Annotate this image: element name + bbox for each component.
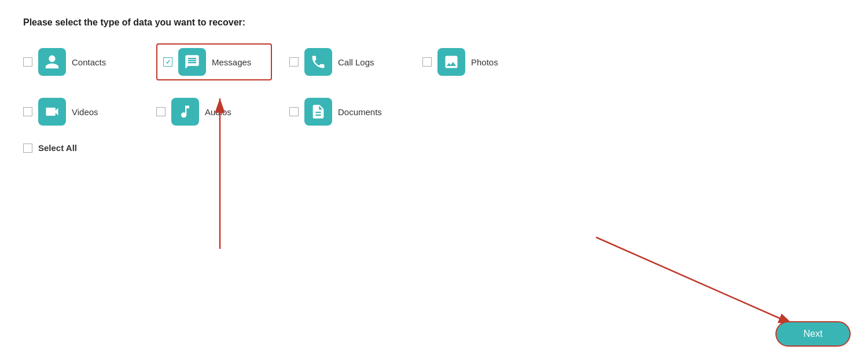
contacts-checkbox[interactable] (23, 57, 32, 67)
contacts-icon (38, 48, 66, 76)
contacts-label: Contacts (72, 57, 106, 67)
select-all-row: Select All (23, 143, 538, 153)
next-button[interactable]: Next (775, 321, 851, 347)
data-grid: Contacts Messages Call Logs Photos (23, 43, 538, 153)
select-all-label: Select All (38, 143, 77, 153)
audios-label: Audios (205, 107, 231, 117)
videos-label: Videos (72, 107, 98, 117)
messages-item: Messages (156, 43, 272, 80)
documents-item: Documents (289, 98, 405, 126)
select-all-checkbox[interactable] (23, 144, 32, 153)
call-logs-icon (304, 48, 332, 76)
arrow2-annotation (590, 231, 804, 336)
videos-icon (38, 98, 66, 126)
videos-item: Videos (23, 98, 139, 126)
photos-item: Photos (422, 48, 538, 76)
messages-label: Messages (212, 57, 251, 67)
audios-icon (171, 98, 199, 126)
messages-icon (178, 48, 206, 76)
call-logs-item: Call Logs (289, 48, 405, 76)
page-title: Please select the type of data you want … (23, 17, 245, 28)
data-row-2: Videos Audios Documents (23, 98, 538, 126)
messages-checkbox[interactable] (163, 57, 172, 67)
documents-icon (304, 98, 332, 126)
data-row-1: Contacts Messages Call Logs Photos (23, 43, 538, 80)
audios-checkbox[interactable] (156, 107, 165, 116)
svg-line-3 (596, 237, 793, 324)
photos-checkbox[interactable] (422, 57, 432, 67)
photos-label: Photos (471, 57, 498, 67)
photos-icon (437, 48, 465, 76)
documents-checkbox[interactable] (289, 107, 299, 116)
audios-item: Audios (156, 98, 272, 126)
videos-checkbox[interactable] (23, 107, 32, 116)
call-logs-checkbox[interactable] (289, 57, 299, 67)
contacts-item: Contacts (23, 48, 139, 76)
documents-label: Documents (338, 107, 382, 117)
call-logs-label: Call Logs (338, 57, 374, 67)
